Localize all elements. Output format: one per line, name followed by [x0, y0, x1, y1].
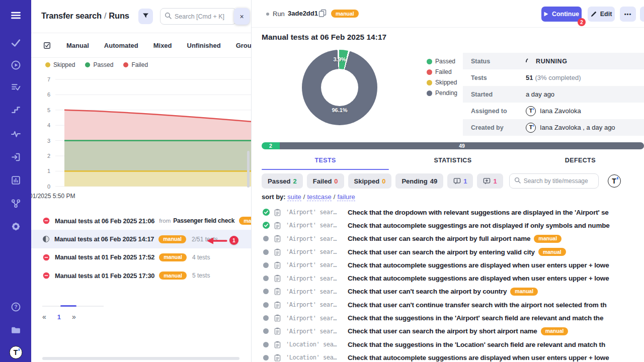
legend-item-pending[interactable]: Pending — [427, 89, 457, 97]
tab-automated[interactable]: Automated — [104, 42, 138, 49]
tab-manual[interactable]: Manual — [66, 42, 89, 49]
testcase-clipboard-icon — [274, 288, 281, 295]
tab-mixed[interactable]: Mixed — [153, 42, 172, 49]
tab-tests[interactable]: TESTS — [262, 153, 389, 170]
clipped-edge-button[interactable] — [640, 7, 644, 22]
test-title[interactable]: Check that user can search the airport b… — [348, 248, 535, 256]
test-pending-icon — [262, 276, 270, 281]
panel-close-button[interactable]: × — [234, 8, 250, 25]
edit-button[interactable]: Edit — [588, 7, 615, 22]
run-row[interactable]: Manual tests at 06 Feb 2025 21:06 from P… — [31, 212, 252, 230]
chip-passed[interactable]: Passed2 — [262, 173, 303, 189]
tab-unfinished[interactable]: Unfinished — [187, 42, 221, 49]
vertical-scrollbar-thumb[interactable] — [247, 151, 250, 188]
test-row[interactable]: 'Airport' sear… Check that the dropdown … — [262, 206, 644, 219]
testcase-clipboard-icon — [274, 354, 281, 361]
legend-item-passed[interactable]: Passed — [427, 58, 457, 65]
test-title[interactable]: Check that autocomplete suggestings are … — [348, 222, 610, 229]
legend-item-failed[interactable]: Failed — [123, 61, 148, 68]
tab-groups[interactable]: Groups — [236, 42, 252, 49]
branch-icon[interactable] — [10, 197, 22, 209]
tests-search-input[interactable] — [524, 177, 594, 185]
pagination-first[interactable]: « — [42, 313, 46, 321]
pagination-indicator — [42, 306, 104, 307]
test-row[interactable]: 'Airport' sear… Check that the suggestio… — [262, 311, 644, 324]
tests-count: 51 — [526, 74, 533, 81]
creator-avatar[interactable]: T — [526, 123, 536, 133]
horizontal-scrollbar-thumb[interactable] — [42, 357, 239, 360]
test-title[interactable]: Check that user can't search the airport… — [348, 288, 507, 295]
test-suite-name: 'Airport' sear… — [286, 288, 343, 295]
shared-steps-icon[interactable] — [10, 103, 22, 115]
pagination-page-1[interactable]: 1 — [57, 313, 61, 321]
run-row[interactable]: Manual tests at 01 Feb 2025 17:30 manual… — [31, 266, 252, 285]
result-filter-chips: Passed2 Failed0 Skipped0 Pending49 1 1 T — [262, 173, 644, 189]
legend-item-skipped[interactable]: Skipped — [427, 79, 457, 86]
menu-icon[interactable] — [10, 9, 22, 21]
pagination-last[interactable]: » — [72, 313, 76, 321]
help-icon[interactable]: ? — [10, 301, 22, 313]
continue-button[interactable]: Continue — [541, 7, 582, 22]
legend-item-skipped[interactable]: Skipped — [45, 61, 75, 68]
sort-by-testcase[interactable]: testcase — [307, 193, 331, 201]
tab-statistics[interactable]: STATISTICS — [389, 153, 516, 170]
runs-list-panel: Transfer search/Runs × Manual Automated … — [31, 0, 252, 362]
test-title[interactable]: Check that autocomplete suggestions are … — [348, 261, 609, 269]
chip-comments[interactable]: 1 — [447, 173, 473, 189]
test-row[interactable]: 'Airport' sear… Check that autocomplete … — [262, 219, 644, 232]
run-from-plan[interactable]: Passenger field check — [173, 217, 234, 224]
run-row[interactable]: Manual tests at 01 Feb 2025 17:52 manual… — [31, 248, 252, 266]
test-title[interactable]: Check that autocomplete suggestions are … — [348, 275, 609, 282]
test-plans-icon[interactable] — [10, 81, 22, 93]
chip-skipped[interactable]: Skipped0 — [348, 173, 392, 189]
copy-run-id-button[interactable] — [318, 9, 327, 18]
test-title[interactable]: Check that user can search the airport b… — [348, 327, 537, 335]
chip-pending[interactable]: Pending49 — [395, 173, 443, 189]
test-row[interactable]: 'Location' sea… Check that the suggestio… — [262, 338, 644, 351]
test-title[interactable]: Check that the suggestions in the 'Locat… — [348, 341, 605, 348]
test-pending-icon — [262, 315, 270, 321]
assignee-avatar[interactable]: T — [526, 106, 536, 116]
app-window: ? T Transfer search/Runs × Manual — [0, 0, 644, 362]
test-title[interactable]: Check that the dropdown with relevant su… — [348, 209, 609, 216]
test-title[interactable]: Check that user can search the airport b… — [348, 235, 530, 242]
run-title: Manual tests at 06 Feb 2025 14:17 — [54, 235, 154, 243]
chip-attachments[interactable]: 1 — [477, 173, 503, 189]
tab-defects[interactable]: DEFECTS — [517, 153, 644, 170]
sort-by-failure[interactable]: failure — [337, 193, 355, 201]
user-avatar[interactable]: T — [9, 345, 23, 359]
test-row[interactable]: 'Airport' sear… Check that user can't co… — [262, 298, 644, 311]
test-title[interactable]: Check that user can't continue transfer … — [348, 301, 607, 309]
assignee-name: Iana Zavoloka — [540, 107, 581, 115]
test-cases-icon[interactable] — [10, 37, 22, 49]
test-title[interactable]: Check that the suggestions in the 'Airpo… — [348, 314, 603, 322]
select-all-icon[interactable] — [43, 41, 51, 50]
chip-label: Skipped — [354, 177, 380, 185]
test-row[interactable]: 'Airport' sear… Check that user can sear… — [262, 232, 644, 245]
settings-gear-icon[interactable] — [10, 220, 22, 232]
tests-completed-pct: (3% completed) — [535, 74, 581, 81]
test-row[interactable]: 'Airport' sear… Check that autocomplete … — [262, 258, 644, 272]
runs-search-input[interactable] — [175, 13, 231, 20]
test-row[interactable]: 'Location' sea… Check that autocomplete … — [262, 351, 644, 362]
legend-item-passed[interactable]: Passed — [85, 61, 113, 68]
reports-icon[interactable] — [10, 174, 22, 186]
runs-icon[interactable] — [10, 59, 22, 71]
sort-by-suite[interactable]: suite — [287, 193, 301, 201]
test-row[interactable]: 'Airport' sear… Check that user can sear… — [262, 325, 644, 338]
test-row[interactable]: 'Airport' sear… Check that user can sear… — [262, 245, 644, 258]
chip-failed[interactable]: Failed0 — [307, 173, 344, 189]
legend-item-failed[interactable]: Failed — [427, 68, 457, 75]
activity-icon[interactable] — [10, 128, 22, 140]
avatar-accent — [18, 348, 20, 351]
test-title[interactable]: Check that autocomplete suggestions are … — [348, 354, 609, 361]
test-row[interactable]: 'Airport' sear… Check that user can't se… — [262, 285, 644, 298]
assignee-filter-avatar[interactable]: T — [608, 174, 621, 188]
breadcrumb-parent[interactable]: Transfer search — [41, 11, 102, 20]
sign-in-icon[interactable] — [10, 151, 22, 163]
test-row[interactable]: 'Airport' sear… Check that autocomplete … — [262, 272, 644, 285]
more-actions-button[interactable]: ••• — [620, 7, 636, 22]
filter-button[interactable] — [138, 9, 153, 24]
breadcrumb: Transfer search/Runs — [41, 11, 129, 21]
projects-folder-icon[interactable] — [10, 324, 22, 336]
